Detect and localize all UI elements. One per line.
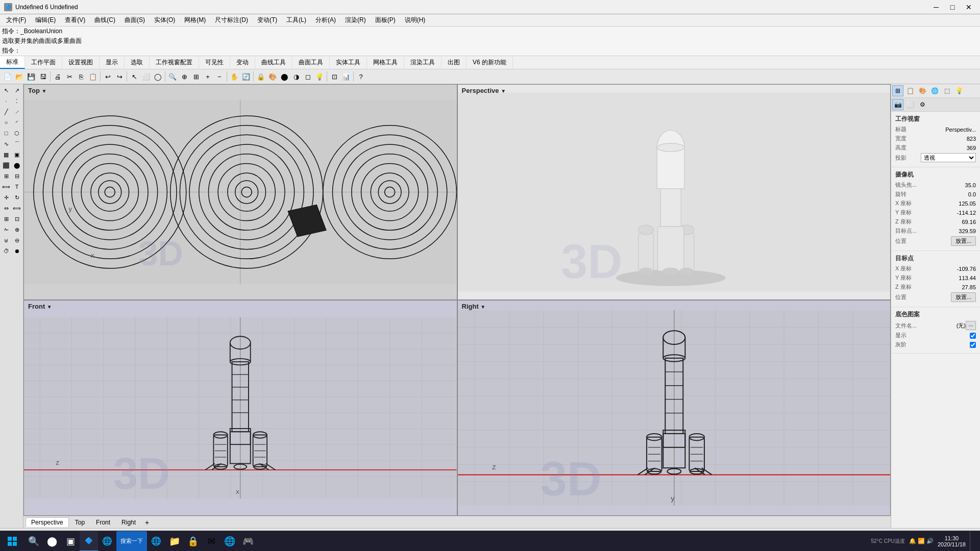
saveas-icon[interactable]: 🖫	[37, 71, 48, 82]
viewport-top[interactable]: Top ▼	[23, 84, 457, 300]
polyline-tool[interactable]: ⟋	[12, 107, 22, 117]
rp-icon-material[interactable]: 🎨	[917, 85, 928, 96]
arc-tool[interactable]: ◜	[12, 117, 22, 128]
tab-select[interactable]: 选取	[125, 57, 150, 68]
tab-solids[interactable]: 实体工具	[330, 57, 367, 68]
start-button[interactable]	[0, 531, 24, 552]
array-tool[interactable]: ⊞	[1, 214, 11, 224]
vp-tab-add[interactable]: +	[142, 518, 152, 527]
line-tool[interactable]: ╱	[1, 107, 11, 117]
taskbar-search-app[interactable]: 搜索一下	[116, 531, 147, 552]
taskbar-show-desktop[interactable]	[970, 531, 974, 552]
viewport-right-label[interactable]: Right ▼	[462, 303, 486, 310]
menu-transform[interactable]: 变动(T)	[253, 15, 281, 26]
tab-meshtools[interactable]: 网格工具	[367, 57, 404, 68]
display-mode-icon[interactable]: ⬤	[279, 71, 290, 82]
tab-v6[interactable]: V6 的新功能	[467, 57, 513, 68]
rp-icon-light[interactable]: 💡	[953, 85, 965, 96]
select-tool[interactable]: ↖	[1, 85, 11, 95]
cut-icon[interactable]: ✂	[64, 71, 75, 82]
taskbar-browser1[interactable]: 🌐	[98, 531, 116, 552]
taskbar-security[interactable]: 🔒	[184, 531, 202, 552]
rp-btn-browse[interactable]: ···	[966, 321, 976, 330]
taskbar-browser2[interactable]: 🌐	[147, 531, 165, 552]
viewport-perspective-dropdown[interactable]: ▼	[501, 88, 506, 94]
polygon-tool[interactable]: ⬡	[12, 128, 22, 138]
rp-icon-layers[interactable]: ⊞	[892, 85, 903, 96]
rp-icon-env[interactable]: 🌐	[929, 85, 940, 96]
menu-help[interactable]: 说明(H)	[401, 15, 430, 26]
viewport-perspective[interactable]: Perspective ▼	[457, 84, 891, 300]
point-tool[interactable]: ·	[1, 96, 11, 106]
close-button[interactable]: ✕	[962, 2, 976, 12]
zoom-ex-icon[interactable]: 🔍	[167, 71, 178, 82]
render-icon[interactable]: 🎨	[267, 71, 278, 82]
save-icon[interactable]: 💾	[26, 71, 37, 82]
tab-visible[interactable]: 可见性	[199, 57, 230, 68]
menu-curve[interactable]: 曲线(C)	[90, 15, 119, 26]
menu-render[interactable]: 渲染(R)	[341, 15, 370, 26]
rp-subicon-camera[interactable]: 📷	[892, 99, 903, 110]
taskbar-game[interactable]: 🎮	[239, 531, 257, 552]
multipoint-tool[interactable]: ⁚	[12, 96, 22, 106]
viewport-front-dropdown[interactable]: ▼	[47, 304, 52, 310]
zoom-in-icon[interactable]: +	[202, 71, 213, 82]
taskbar-rhino-app[interactable]: 🔷	[80, 531, 98, 552]
taskbar-search[interactable]: 🔍	[24, 531, 43, 552]
menu-dim[interactable]: 尺寸标注(D)	[211, 15, 252, 26]
taskbar-clock[interactable]: 11:30 2020/11/18	[938, 535, 966, 547]
boolean-diff-tool[interactable]: ⊖	[12, 235, 22, 245]
solid-box-tool[interactable]: ⬛	[1, 160, 11, 170]
vp-tab-top[interactable]: Top	[70, 518, 90, 527]
rp-btn-position[interactable]: 放置...	[951, 236, 976, 246]
viewport-top-label[interactable]: Top ▼	[28, 87, 46, 94]
taskbar-taskview[interactable]: ▣	[61, 531, 80, 552]
undo-icon[interactable]: ↩	[102, 71, 113, 82]
menu-analysis[interactable]: 分析(A)	[311, 15, 340, 26]
minimize-button[interactable]: ─	[929, 2, 943, 12]
surface-tool[interactable]: ▦	[1, 149, 11, 160]
zoom-sel-icon[interactable]: ⊞	[190, 71, 202, 82]
window-select-icon[interactable]: ⬜	[140, 71, 152, 82]
tab-drawing[interactable]: 出图	[442, 57, 467, 68]
taskbar-icons-tray[interactable]: 🔔 📶 🔊	[909, 538, 934, 544]
viewport-front-label[interactable]: Front ▼	[28, 303, 52, 310]
tab-viewport[interactable]: 工作视窗配置	[150, 57, 199, 68]
menu-edit[interactable]: 编辑(E)	[31, 15, 60, 26]
layer-icon[interactable]: ⊡	[329, 71, 340, 82]
paste-icon[interactable]: 📋	[87, 71, 99, 82]
split-tool[interactable]: ⊕	[12, 224, 22, 235]
rp-icon-props[interactable]: 📋	[904, 85, 916, 96]
viewport-perspective-label[interactable]: Perspective ▼	[462, 87, 506, 94]
shading-icon[interactable]: ◑	[290, 71, 302, 82]
menu-mesh[interactable]: 网格(M)	[180, 15, 210, 26]
sphere-tool[interactable]: ⬤	[12, 160, 22, 170]
zoom-out-icon[interactable]: −	[214, 71, 225, 82]
history-tool[interactable]: ⏱	[1, 246, 11, 256]
tab-surfaces[interactable]: 曲面工具	[292, 57, 330, 68]
freeform-tool[interactable]: ⌒	[12, 139, 22, 149]
zoom-all-icon[interactable]: ⊕	[179, 71, 190, 82]
lasso-icon[interactable]: ◯	[152, 71, 163, 82]
tab-workplane[interactable]: 工作平面	[25, 57, 62, 68]
menu-file[interactable]: 文件(F)	[2, 15, 30, 26]
rp-select-projection[interactable]: 透视 平行	[921, 153, 976, 162]
group-tool[interactable]: ⊡	[12, 214, 22, 224]
new-icon[interactable]: 📄	[2, 71, 13, 82]
rp-subicon-settings[interactable]: ⚙	[917, 99, 928, 110]
menu-view[interactable]: 查看(V)	[61, 15, 89, 26]
tab-display[interactable]: 显示	[100, 57, 125, 68]
rotate-icon[interactable]: 🔄	[240, 71, 252, 82]
rect-tool[interactable]: □	[1, 128, 11, 138]
rotate3d-tool[interactable]: ↻	[12, 192, 22, 203]
print-icon[interactable]: 🖨	[52, 71, 63, 82]
rp-subicon-viewport[interactable]: ⬜	[904, 99, 916, 110]
taskbar-explorer[interactable]: 📁	[165, 531, 184, 552]
lights-icon[interactable]: 💡	[314, 71, 325, 82]
rp-checkbox-gray[interactable]	[970, 342, 976, 348]
maximize-button[interactable]: □	[945, 2, 960, 12]
props-icon[interactable]: 📊	[340, 71, 352, 82]
rp-icon-texture[interactable]: ⬚	[941, 85, 952, 96]
select-icon[interactable]: ↖	[129, 71, 140, 82]
tab-rendertools[interactable]: 渲染工具	[404, 57, 442, 68]
